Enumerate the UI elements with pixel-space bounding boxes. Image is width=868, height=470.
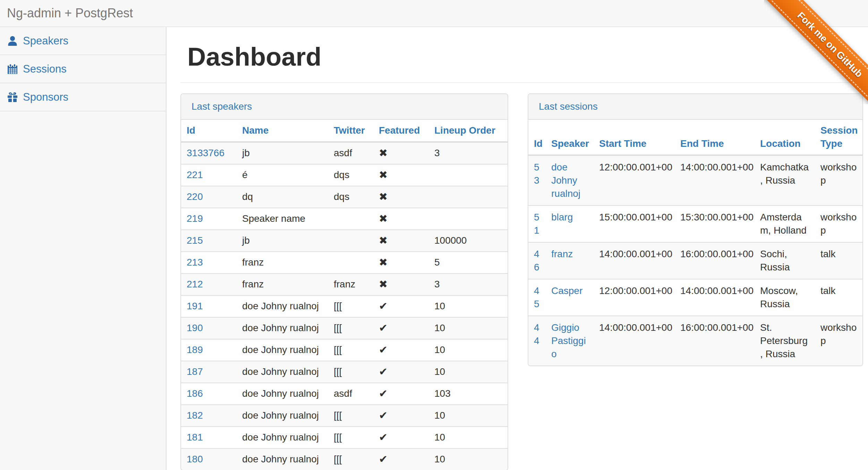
speaker-link[interactable]: franz — [551, 249, 573, 259]
cell-featured: ✖ — [373, 230, 429, 252]
cell-lineup_order: 10 — [429, 405, 508, 427]
cell-lineup_order: 5 — [429, 252, 508, 274]
cell-start_time: 14:00:00.001+00 — [594, 316, 675, 366]
cell-featured: ✖ — [373, 164, 429, 186]
sidebar-item-label: Sponsors — [23, 91, 68, 103]
cross-icon: ✖ — [379, 278, 388, 290]
cell-name: franz — [237, 274, 328, 295]
column-header-name: Name — [237, 120, 328, 142]
speaker-link[interactable]: doe Johny rualnoj — [551, 162, 580, 199]
cell-id: 186 — [181, 383, 237, 405]
cell-name: jb — [237, 142, 328, 164]
header-row: IdNameTwitterFeaturedLineup Order — [181, 120, 508, 142]
cell-twitter: [[[ — [328, 361, 373, 383]
cell-twitter — [328, 252, 373, 274]
app-brand[interactable]: Ng-admin + PostgRest — [7, 6, 133, 20]
cell-id: 181 — [181, 427, 237, 448]
check-icon: ✔ — [379, 300, 388, 312]
column-header-location: Location — [755, 120, 815, 155]
sidebar-item-speakers[interactable]: Speakers — [0, 27, 166, 55]
cell-twitter: [[[ — [328, 448, 373, 470]
table-row: 221édqs✖ — [181, 164, 508, 186]
cell-featured: ✔ — [373, 383, 429, 405]
cell-id: 45 — [528, 279, 546, 316]
speaker-link[interactable]: blarg — [551, 212, 573, 223]
cell-speaker: franz — [546, 242, 594, 279]
id-link[interactable]: 45 — [534, 285, 539, 309]
cell-twitter: dqs — [328, 186, 373, 208]
speaker-link[interactable]: Casper — [551, 285, 582, 296]
id-link[interactable]: 3133766 — [187, 148, 224, 158]
table-row: 212franzfranz✖3 — [181, 274, 508, 295]
cell-id: 221 — [181, 164, 237, 186]
cell-id: 189 — [181, 339, 237, 361]
last-sessions-panel: Last sessions IdSpeakerStart TimeEnd Tim… — [528, 93, 863, 366]
sidebar-item-sessions[interactable]: Sessions — [0, 55, 166, 83]
main-content: Dashboard Last speakers IdNameTwitterFea… — [167, 27, 868, 470]
id-link[interactable]: 191 — [187, 301, 203, 311]
cell-twitter: [[[ — [328, 427, 373, 448]
cell-id: 219 — [181, 208, 237, 230]
sidebar: Speakers Sessions — [0, 27, 167, 470]
check-icon: ✔ — [379, 366, 388, 378]
id-link[interactable]: 46 — [534, 249, 539, 272]
cell-location: Kamchatka, Russia — [755, 155, 815, 205]
id-link[interactable]: 190 — [187, 322, 203, 333]
cell-twitter: franz — [328, 274, 373, 295]
cell-featured: ✔ — [373, 339, 429, 361]
cross-icon: ✖ — [379, 147, 388, 159]
last-sessions-table: IdSpeakerStart TimeEnd TimeLocationSessi… — [528, 120, 863, 366]
cell-name: doe Johny rualnoj — [237, 427, 328, 448]
id-link[interactable]: 53 — [534, 162, 539, 186]
check-icon: ✔ — [379, 344, 388, 356]
page-title: Dashboard — [187, 44, 864, 70]
cell-id: 46 — [528, 242, 546, 279]
cell-featured: ✔ — [373, 295, 429, 317]
id-link[interactable]: 186 — [187, 388, 203, 399]
cell-id: 51 — [528, 205, 546, 242]
cell-lineup_order: 10 — [429, 361, 508, 383]
id-link[interactable]: 212 — [187, 279, 203, 289]
id-link[interactable]: 219 — [187, 213, 203, 224]
cell-location: Sochi, Russia — [755, 242, 815, 279]
cell-name: doe Johny rualnoj — [237, 405, 328, 427]
cell-featured: ✔ — [373, 317, 429, 339]
cell-name: jb — [237, 230, 328, 252]
id-link[interactable]: 213 — [187, 257, 203, 268]
cell-name: doe Johny rualnoj — [237, 448, 328, 470]
sidebar-item-sponsors[interactable]: Sponsors — [0, 83, 166, 111]
id-link[interactable]: 181 — [187, 432, 203, 443]
speaker-link[interactable]: Giggio Pastiggio — [551, 322, 586, 359]
id-link[interactable]: 180 — [187, 454, 203, 464]
cell-featured: ✔ — [373, 405, 429, 427]
id-link[interactable]: 220 — [187, 191, 203, 202]
id-link[interactable]: 189 — [187, 344, 203, 355]
cell-id: 191 — [181, 295, 237, 317]
cell-twitter: [[[ — [328, 339, 373, 361]
header-row: IdSpeakerStart TimeEnd TimeLocationSessi… — [528, 120, 863, 155]
check-icon: ✔ — [379, 409, 388, 421]
id-link[interactable]: 182 — [187, 410, 203, 421]
cell-name: dq — [237, 186, 328, 208]
cell-end_time: 16:00:00.001+00 — [675, 316, 755, 366]
id-link[interactable]: 187 — [187, 366, 203, 377]
check-icon: ✔ — [379, 453, 388, 465]
cell-start_time: 14:00:00.001+00 — [594, 242, 675, 279]
cell-name: doe Johny rualnoj — [237, 339, 328, 361]
id-link[interactable]: 215 — [187, 235, 203, 246]
cell-id: 220 — [181, 186, 237, 208]
id-link[interactable]: 44 — [534, 322, 539, 346]
cell-speaker: Giggio Pastiggio — [546, 316, 594, 366]
cell-start_time: 15:00:00.001+00 — [594, 205, 675, 242]
cell-id: 213 — [181, 252, 237, 274]
cell-id: 212 — [181, 274, 237, 295]
id-link[interactable]: 51 — [534, 212, 539, 236]
cell-id: 44 — [528, 316, 546, 366]
cell-lineup_order: 100000 — [429, 230, 508, 252]
id-link[interactable]: 221 — [187, 169, 203, 180]
cell-id: 3133766 — [181, 142, 237, 164]
cell-featured: ✖ — [373, 274, 429, 295]
table-row: 180doe Johny rualnoj[[[✔10 — [181, 448, 508, 470]
last-speakers-panel: Last speakers IdNameTwitterFeaturedLineu… — [180, 93, 508, 470]
table-row: 44Giggio Pastiggio14:00:00.001+0016:00:0… — [528, 316, 863, 366]
